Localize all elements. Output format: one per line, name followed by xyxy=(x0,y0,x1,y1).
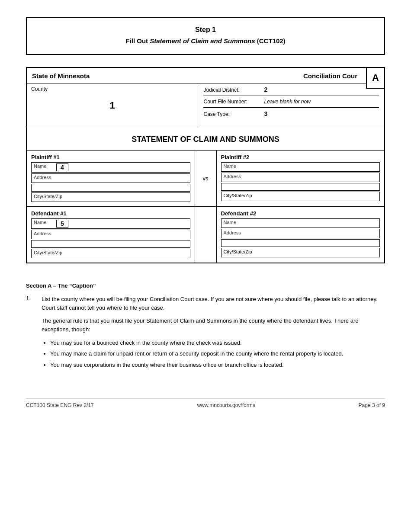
defendant1-city: City/State/Zip xyxy=(31,249,190,258)
plaintiff2-heading: Plaintiff #2 xyxy=(221,154,380,160)
county-number: 1 xyxy=(31,100,193,111)
defendant1-address-value xyxy=(55,230,190,239)
plaintiff1-column: Plaintiff #1 Name 4 Address City/State/Z… xyxy=(27,151,195,206)
case-row: Case Type: 3 xyxy=(203,110,379,117)
defendant1-name-label: Name xyxy=(32,219,55,228)
county-court-row: County 1 Judicial District: 2 Court File… xyxy=(27,83,384,127)
defendant2-address-row: Address xyxy=(221,229,380,238)
step-box: Step 1 Fill Out Statement of Claim and S… xyxy=(26,17,385,55)
step-title: Step 1 xyxy=(35,26,376,34)
plaintiff2-address-row: Address xyxy=(221,173,380,182)
file-value: Leave blank for now xyxy=(264,99,310,105)
vs-text: vs xyxy=(203,175,209,182)
plaintiff1-address-label: Address xyxy=(32,174,55,183)
defendant2-heading: Defendant #2 xyxy=(221,210,380,217)
defendant2-address-value xyxy=(245,229,380,238)
plaintiff2-name-label: Name xyxy=(222,163,245,171)
plaintiff1-address-value xyxy=(55,174,190,183)
defendant1-address-row: Address xyxy=(31,230,190,239)
defendant2-address-label: Address xyxy=(222,229,245,238)
file-row: Court File Number: Leave blank for now xyxy=(203,99,379,108)
item1-content: List the county where you will be filing… xyxy=(42,295,385,372)
section-a-title: Section A – The “Caption” xyxy=(26,282,385,289)
plaintiff1-name-value xyxy=(69,163,190,172)
plaintiff2-name-value xyxy=(245,163,380,171)
county-box: County 1 xyxy=(27,83,198,127)
plaintiffs-row: Plaintiff #1 Name 4 Address City/State/Z… xyxy=(27,150,384,206)
plaintiff1-num: 4 xyxy=(56,163,68,171)
court-info-box: Judicial District: 2 Court File Number: … xyxy=(198,83,384,127)
judicial-label: Judicial District: xyxy=(203,87,264,93)
letter-a-box: A xyxy=(366,67,385,89)
plaintiff1-name-row: Name 4 xyxy=(31,162,190,173)
plaintiff2-address-label: Address xyxy=(222,173,245,182)
plaintiff2-address-line2 xyxy=(221,183,380,191)
defendant1-heading: Defendant #1 xyxy=(31,210,190,217)
defendant1-address-label: Address xyxy=(32,230,55,239)
defendant1-name-value xyxy=(69,219,190,228)
item1-number: 1. xyxy=(26,295,42,372)
case-label: Case Type: xyxy=(203,111,264,117)
page-footer: CCT100 State ENG Rev 2/17 www.mncourts.g… xyxy=(26,398,385,408)
plaintiff1-heading: Plaintiff #1 xyxy=(31,154,190,160)
defendant1-column: Defendant #1 Name 5 Address City/State/Z… xyxy=(27,207,195,263)
vs-spacer xyxy=(195,207,217,263)
defendant2-column: Defendant #2 Name Address City/State/Zip xyxy=(217,207,385,263)
item1-para1: List the county where you will be filing… xyxy=(42,295,385,312)
step-subtitle: Fill Out Statement of Claim and Summons … xyxy=(35,37,376,45)
judicial-row: Judicial District: 2 xyxy=(203,86,379,96)
plaintiff1-address-row: Address xyxy=(31,173,190,183)
file-label: Court File Number: xyxy=(203,99,264,105)
footer-right: Page 3 of 9 xyxy=(359,402,385,408)
bullet1: You may sue for a bounced check in the c… xyxy=(50,339,385,347)
section-a: Section A – The “Caption” 1. List the co… xyxy=(26,276,385,381)
bullet2: You may make a claim for unpaid rent or … xyxy=(50,349,385,358)
plaintiff2-address-value xyxy=(245,173,380,182)
plaintiff2-column: Plaintiff #2 Name Address City/State/Zip xyxy=(217,151,385,206)
subtitle-end: (CCT102) xyxy=(255,37,286,45)
plaintiff2-city: City/State/Zip xyxy=(221,192,380,201)
item1: 1. List the county where you will be fil… xyxy=(26,295,385,372)
defendant1-address-line2 xyxy=(31,240,190,248)
subtitle-normal: Fill Out xyxy=(125,37,150,45)
plaintiff1-name-label: Name xyxy=(32,163,55,172)
statement-title: STATEMENT OF CLAIM AND SUMMONS xyxy=(27,127,384,150)
state-name: State of Minnesota xyxy=(32,72,90,80)
subtitle-italic: Statement of Claim and Summons xyxy=(150,37,255,45)
court-form: State of Minnesota Conciliation Cour A C… xyxy=(26,67,385,263)
judicial-value: 2 xyxy=(264,86,267,93)
defendants-row: Defendant #1 Name 5 Address City/State/Z… xyxy=(27,206,384,263)
defendant1-num: 5 xyxy=(56,220,68,228)
defendant1-name-row: Name 5 xyxy=(31,218,190,229)
footer-center: www.mncourts.gov/forms xyxy=(197,402,255,408)
defendant2-name-row: Name xyxy=(221,218,380,228)
conciliation-title: Conciliation Cour xyxy=(303,72,357,80)
court-header: State of Minnesota Conciliation Cour A xyxy=(27,68,384,83)
defendant2-city: City/State/Zip xyxy=(221,248,380,257)
defendant2-name-label: Name xyxy=(222,219,245,228)
item1-para2: The general rule is that you must file y… xyxy=(42,317,385,334)
defendant2-address-line2 xyxy=(221,239,380,247)
footer-left: CCT100 State ENG Rev 2/17 xyxy=(26,402,94,408)
case-value: 3 xyxy=(264,110,267,117)
defendant2-name-value xyxy=(245,219,380,228)
bullet3: You may sue corporations in the county w… xyxy=(50,361,385,369)
plaintiff1-address-line2 xyxy=(31,184,190,192)
plaintiff1-city: City/State/Zip xyxy=(31,192,190,202)
plaintiff2-name-row: Name xyxy=(221,162,380,172)
county-label: County xyxy=(31,86,193,92)
vs-column: vs xyxy=(195,151,217,206)
item1-bullets: You may sue for a bounced check in the c… xyxy=(50,339,385,369)
